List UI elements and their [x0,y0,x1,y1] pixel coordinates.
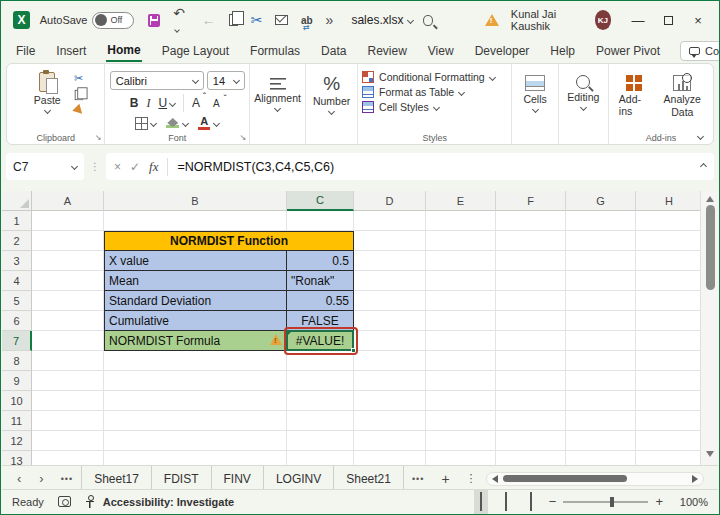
ribbon-tab-page-layout[interactable]: Page Layout [161,41,230,61]
cell-F2[interactable] [496,231,566,251]
cell-H5[interactable] [636,291,701,311]
row-header-8[interactable]: 8 [2,351,32,371]
enter-icon[interactable]: ✓ [130,160,140,174]
cell-B12[interactable] [104,431,287,451]
cell-B6[interactable]: Cumulative [104,311,287,331]
cell-A2[interactable] [32,231,104,251]
page-break-view-button[interactable] [524,489,538,515]
cell-G13[interactable] [566,451,636,465]
cell-E5[interactable] [426,291,496,311]
cell-A10[interactable] [32,391,104,411]
cell-F6[interactable] [496,311,566,331]
cell-G8[interactable] [566,351,636,371]
cell-E7[interactable] [426,331,496,351]
document-title[interactable]: sales.xlsx [351,13,413,27]
cell-F1[interactable] [496,211,566,231]
cell-G3[interactable] [566,251,636,271]
insert-function-icon[interactable]: fx [149,159,158,175]
cell-G6[interactable] [566,311,636,331]
cell-C12[interactable] [287,431,354,451]
column-header-g[interactable]: G [566,191,636,211]
ribbon-tab-help[interactable]: Help [549,41,576,61]
cell-H6[interactable] [636,311,701,331]
cell-C9[interactable] [287,371,354,391]
fill-handle[interactable] [351,348,356,353]
cell-F9[interactable] [496,371,566,391]
underline-chevron-icon[interactable] [169,99,176,106]
cell-D4[interactable] [354,271,426,291]
sheet-tab-sheet21[interactable]: Sheet21 [334,466,404,491]
increase-font-button[interactable]: A [192,96,205,110]
cell-E4[interactable] [426,271,496,291]
cell-C7[interactable]: #VALUE! [287,331,354,351]
cell-F13[interactable] [496,451,566,465]
font-color-button[interactable]: A [198,116,210,130]
cell-D8[interactable] [354,351,426,371]
cell-D13[interactable] [354,451,426,465]
cell-F8[interactable] [496,351,566,371]
cell-B8[interactable] [104,351,287,371]
underline-button[interactable]: U [158,96,167,110]
column-header-b[interactable]: B [104,191,287,211]
sheet-tab-finv[interactable]: FINV [212,466,264,491]
zoom-level[interactable]: 100% [674,496,708,508]
formula-bar-handle[interactable]: ⋮ [88,161,102,172]
macro-record-icon[interactable] [58,496,71,507]
column-header-h[interactable]: H [636,191,701,211]
row-header-11[interactable]: 11 [2,411,32,431]
column-header-f[interactable]: F [496,191,566,211]
cell-A13[interactable] [32,451,104,465]
row-header-9[interactable]: 9 [2,371,32,391]
cell-A11[interactable] [32,411,104,431]
cell-C13[interactable] [287,451,354,465]
font-name-select[interactable]: Calibri [110,71,204,90]
row-header-6[interactable]: 6 [2,311,32,331]
accessibility-icon[interactable] [85,495,95,508]
cell-H8[interactable] [636,351,701,371]
cell-C3[interactable]: 0.5 [287,251,354,271]
copy-icon[interactable] [74,90,83,100]
cell-C10[interactable] [287,391,354,411]
cell-B7[interactable]: NORMDIST Formula [104,331,287,351]
cell-D7[interactable] [354,331,426,351]
sheet-nav-right-icon[interactable]: › [30,471,52,486]
cell-H7[interactable] [636,331,701,351]
autosave-toggle[interactable]: Off [92,12,134,29]
comments-button[interactable]: Comments [680,41,720,61]
cell-A3[interactable] [32,251,104,271]
formula-text[interactable]: =NORMDIST(C3,C4,C5,C6) [177,160,692,174]
save-icon[interactable] [148,14,160,27]
cell-D11[interactable] [354,411,426,431]
cell-B9[interactable] [104,371,287,391]
row-header-5[interactable]: 5 [2,291,32,311]
avatar[interactable]: KJ [595,10,611,30]
user-name[interactable]: Kunal Jai Kaushik [511,8,583,32]
cell-H12[interactable] [636,431,701,451]
analyze-data-button[interactable]: Analyze Data [656,70,709,131]
cell-G12[interactable] [566,431,636,451]
fill-chevron-icon[interactable] [182,119,189,126]
format-as-table-button[interactable]: Format as Table [362,86,507,98]
fill-color-button[interactable] [166,118,179,128]
cell-B3[interactable]: X value [104,251,287,271]
cell-B4[interactable]: Mean [104,271,287,291]
sheet-tab-sheet17[interactable]: Sheet17 [81,466,152,491]
error-warning-icon[interactable] [270,334,282,345]
ribbon-tab-home[interactable]: Home [106,40,141,62]
cell-E13[interactable] [426,451,496,465]
cell-D6[interactable] [354,311,426,331]
cell-G11[interactable] [566,411,636,431]
column-header-d[interactable]: D [354,191,426,211]
cell-H10[interactable] [636,391,701,411]
clipboard-dialog-launcher-icon[interactable]: ↘ [95,133,102,142]
cell-H4[interactable] [636,271,701,291]
cell-H1[interactable] [636,211,701,231]
vertical-scrollbar[interactable] [700,191,719,465]
qat-overflow-icon[interactable]: » [326,13,334,27]
cell-D3[interactable] [354,251,426,271]
cell-A5[interactable] [32,291,104,311]
horizontal-scrollbar[interactable] [486,472,704,486]
paste-button[interactable]: Paste [28,70,67,131]
italic-button[interactable]: I [146,96,150,111]
row-header-4[interactable]: 4 [2,271,32,291]
